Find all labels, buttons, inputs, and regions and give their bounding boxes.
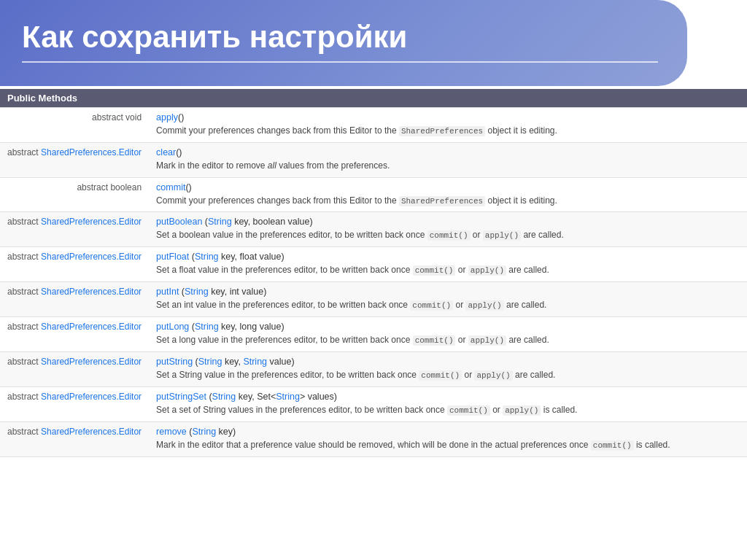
desc-text: Set a float value in the preferences edi… bbox=[156, 265, 549, 275]
desc-text: Commit your preferences changes back fro… bbox=[156, 195, 399, 206]
methods-table: Public Methods abstract void apply() Com… bbox=[0, 89, 747, 457]
table-row-desc: Set a set of String values in the prefer… bbox=[0, 403, 747, 421]
method-name[interactable]: putBoolean bbox=[156, 217, 202, 227]
table-row: abstract SharedPreferences.Editor putLon… bbox=[0, 317, 747, 334]
method-type: abstract bbox=[7, 392, 41, 402]
method-name[interactable]: putFloat bbox=[156, 252, 189, 262]
method-type-link[interactable]: SharedPreferences.Editor bbox=[41, 357, 142, 367]
desc-text: Mark in the editor to remove all values … bbox=[156, 160, 390, 171]
method-type: abstract boolean bbox=[77, 182, 142, 192]
method-name[interactable]: remove bbox=[156, 427, 187, 437]
method-params: () bbox=[178, 112, 184, 122]
method-name[interactable]: apply bbox=[156, 112, 178, 122]
method-params: (String key, Set<String> values) bbox=[206, 392, 337, 402]
table-row: abstract SharedPreferences.Editor putFlo… bbox=[0, 247, 747, 264]
table-row: abstract SharedPreferences.Editor putStr… bbox=[0, 387, 747, 404]
method-type-link[interactable]: SharedPreferences.Editor bbox=[41, 427, 142, 437]
method-name[interactable]: putString bbox=[156, 357, 193, 367]
table-row: abstract SharedPreferences.Editor putBoo… bbox=[0, 212, 747, 229]
table-row-desc: Set a boolean value in the preferences e… bbox=[0, 228, 747, 246]
table-row-desc: Mark in the editor that a preference val… bbox=[0, 438, 747, 456]
method-type: abstract void bbox=[92, 112, 142, 122]
desc-text: Set a set of String values in the prefer… bbox=[156, 405, 577, 415]
table-row-desc: Set a float value in the preferences edi… bbox=[0, 263, 747, 281]
table-row-desc: Set a long value in the preferences edit… bbox=[0, 333, 747, 351]
method-params: (String key) bbox=[187, 427, 236, 437]
table-row: abstract SharedPreferences.Editor clear(… bbox=[0, 143, 747, 160]
method-params: () bbox=[176, 147, 182, 158]
table-row-desc: Mark in the editor to remove all values … bbox=[0, 159, 747, 177]
code-ref: SharedPreferences bbox=[399, 196, 485, 206]
table-row-desc: Commit your preferences changes back fro… bbox=[0, 124, 747, 142]
method-type: abstract bbox=[7, 217, 41, 227]
method-name[interactable]: putLong bbox=[156, 322, 189, 332]
table-row: abstract SharedPreferences.Editor putInt… bbox=[0, 282, 747, 299]
method-name[interactable]: clear bbox=[156, 147, 176, 158]
method-name[interactable]: putInt bbox=[156, 287, 179, 297]
table-row-desc: Set a String value in the preferences ed… bbox=[0, 368, 747, 386]
method-params: (String key, int value) bbox=[179, 287, 266, 297]
method-type-link[interactable]: SharedPreferences.Editor bbox=[41, 287, 142, 297]
desc-text: Set an int value in the preferences edit… bbox=[156, 300, 546, 310]
table-row: abstract void apply() bbox=[0, 108, 747, 125]
method-type-link[interactable]: SharedPreferences.Editor bbox=[41, 392, 142, 402]
method-params: (String key, boolean value) bbox=[202, 217, 312, 227]
method-params: (String key, String value) bbox=[193, 357, 294, 367]
desc-text: Set a String value in the preferences ed… bbox=[156, 370, 555, 380]
table-row: abstract SharedPreferences.Editor putStr… bbox=[0, 352, 747, 369]
desc-text: Commit your preferences changes back fro… bbox=[156, 125, 399, 136]
method-type: abstract bbox=[7, 287, 41, 297]
method-type: abstract bbox=[7, 357, 41, 367]
desc-text: Set a long value in the preferences edit… bbox=[156, 335, 549, 345]
header-title: Как сохранить настройки bbox=[22, 20, 658, 54]
code-ref: SharedPreferences bbox=[399, 126, 485, 136]
header-underline bbox=[22, 61, 658, 63]
method-type: abstract bbox=[7, 147, 41, 158]
method-type: abstract bbox=[7, 252, 41, 262]
method-type-link[interactable]: SharedPreferences.Editor bbox=[41, 322, 142, 332]
section-label: Public Methods bbox=[0, 89, 747, 108]
table-row: abstract boolean commit() bbox=[0, 177, 747, 194]
method-params: (String key, long value) bbox=[189, 322, 284, 332]
table-row: abstract SharedPreferences.Editor remove… bbox=[0, 422, 747, 439]
header: Как сохранить настройки bbox=[0, 0, 687, 86]
method-type-link[interactable]: SharedPreferences.Editor bbox=[41, 252, 142, 262]
desc-text: Set a boolean value in the preferences e… bbox=[156, 230, 564, 240]
method-name[interactable]: putStringSet bbox=[156, 392, 206, 402]
method-params: (String key, float value) bbox=[189, 252, 284, 262]
method-type-link[interactable]: SharedPreferences.Editor bbox=[41, 147, 142, 158]
desc-text: Mark in the editor that a preference val… bbox=[156, 440, 670, 450]
method-params: () bbox=[185, 182, 191, 192]
method-name[interactable]: commit bbox=[156, 182, 185, 192]
table-row-desc: Commit your preferences changes back fro… bbox=[0, 194, 747, 212]
table-row-desc: Set an int value in the preferences edit… bbox=[0, 298, 747, 316]
method-type-link[interactable]: SharedPreferences.Editor bbox=[41, 217, 142, 227]
table-header-row: Public Methods bbox=[0, 89, 747, 108]
method-type: abstract bbox=[7, 322, 41, 332]
method-type: abstract bbox=[7, 427, 41, 437]
